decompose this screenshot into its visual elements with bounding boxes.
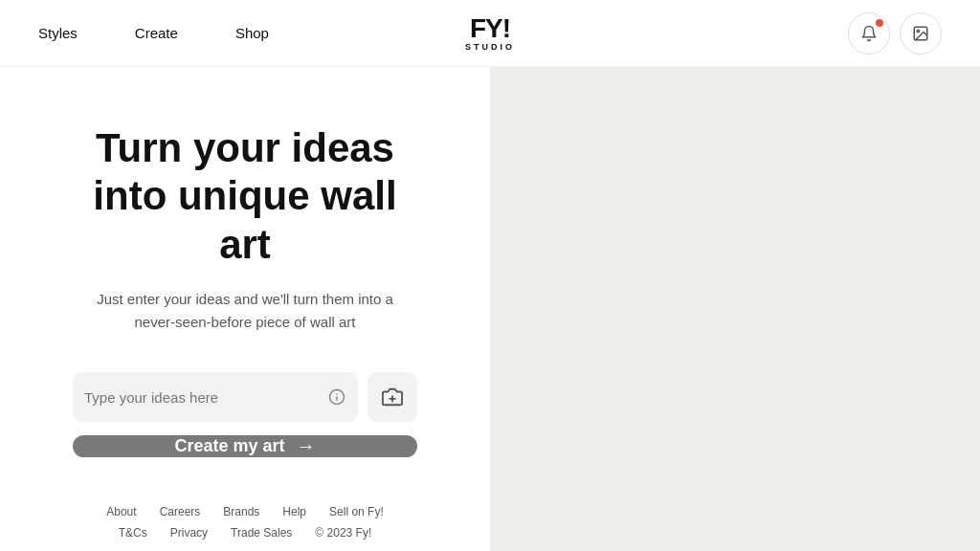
create-art-button[interactable]: Create my art → [73,435,417,457]
nav-create[interactable]: Create [135,25,178,41]
footer-tcs[interactable]: T&Cs [119,526,147,540]
notification-dot [876,19,883,27]
main-layout: Turn your ideas into unique wall art Jus… [0,67,980,551]
footer-about[interactable]: About [106,505,136,518]
svg-point-1 [917,30,919,32]
create-art-label: Create my art [174,436,284,456]
camera-upload-button[interactable] [368,372,417,422]
hero-subtitle: Just enter your ideas and we'll turn the… [82,288,408,334]
footer-sell[interactable]: Sell on Fy! [329,505,384,518]
image-icon [912,25,929,42]
logo-text: FY! [470,15,510,42]
image-button[interactable] [900,12,942,55]
nav-shop[interactable]: Shop [235,25,269,41]
footer-copyright: © 2023 Fy! [315,526,371,540]
nav-styles[interactable]: Styles [38,25,78,41]
footer-privacy[interactable]: Privacy [170,526,208,540]
footer-careers[interactable]: Careers [160,505,201,518]
arrow-right-icon: → [297,435,316,457]
header: Styles Create Shop FY! STUDIO [0,0,980,67]
nav-left: Styles Create Shop [38,25,269,41]
idea-input[interactable] [84,389,327,406]
text-input-wrapper [73,372,358,422]
footer-brands[interactable]: Brands [223,505,259,518]
header-right [848,12,942,55]
logo-sub: STUDIO [465,42,515,52]
logo: FY! STUDIO [465,15,515,52]
footer-help[interactable]: Help [282,505,306,518]
footer-links: About Careers Brands Help Sell on Fy! T&… [106,505,383,540]
footer-row-2: T&Cs Privacy Trade Sales © 2023 Fy! [119,526,371,540]
info-icon[interactable] [327,387,346,407]
input-row [73,372,417,422]
hero-title: Turn your ideas into unique wall art [63,124,427,269]
footer-trade-sales[interactable]: Trade Sales [231,526,292,540]
bell-icon [860,25,878,42]
camera-plus-icon [382,386,403,408]
notification-button[interactable] [848,12,890,55]
right-panel [490,67,980,551]
left-panel: Turn your ideas into unique wall art Jus… [0,67,490,551]
footer-row-1: About Careers Brands Help Sell on Fy! [106,505,383,518]
